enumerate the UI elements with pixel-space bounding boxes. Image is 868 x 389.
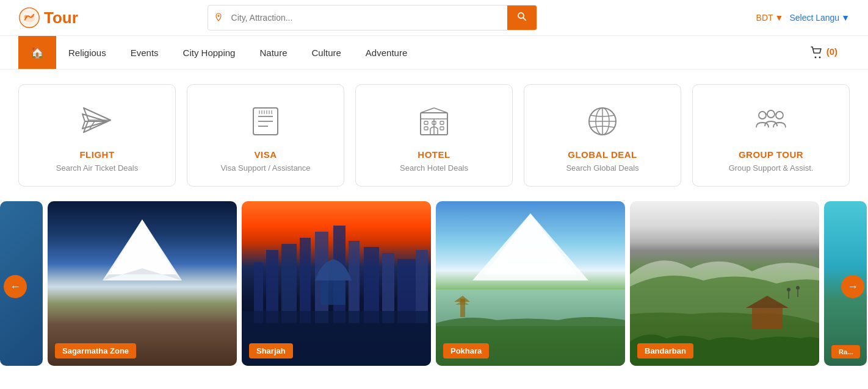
- currency-label: BDT: [756, 13, 773, 23]
- svg-point-32: [767, 110, 775, 118]
- services-section: FLIGHT Search Air Ticket Deals VISA Visa…: [0, 70, 868, 201]
- language-dropdown-icon: ▼: [841, 13, 850, 23]
- svg-rect-45: [349, 241, 360, 323]
- svg-marker-53: [485, 213, 576, 274]
- destination-label-sharjah: Sharjah: [249, 343, 293, 359]
- nav-item-nature[interactable]: Nature: [247, 38, 299, 68]
- carousel-next-button[interactable]: →: [841, 275, 864, 298]
- nav-item-religious[interactable]: Religious: [56, 38, 118, 68]
- search-input[interactable]: [229, 7, 507, 29]
- svg-line-26: [434, 108, 447, 113]
- destination-card-bandarban[interactable]: Bandarban: [630, 201, 819, 366]
- svg-point-33: [776, 112, 783, 119]
- destination-track: Sagarmatha Zone: [0, 201, 868, 366]
- nav-item-culture[interactable]: Culture: [299, 38, 353, 68]
- global-deal-title: GLOBAL DEAL: [568, 149, 637, 160]
- language-selector[interactable]: Select Langu ▼: [789, 13, 850, 23]
- svg-point-31: [759, 112, 766, 119]
- global-deal-card[interactable]: GLOBAL DEAL Search Global Deals: [524, 84, 681, 187]
- group-tour-desc: Group Support & Assist.: [729, 163, 814, 173]
- svg-point-4: [217, 15, 219, 16]
- flight-card[interactable]: FLIGHT Search Air Ticket Deals: [18, 84, 176, 187]
- visa-title: VISA: [254, 149, 277, 160]
- hotel-title: HOTEL: [418, 149, 450, 160]
- svg-marker-37: [109, 219, 176, 274]
- header-right: BDT ▼ Select Langu ▼: [756, 13, 850, 23]
- visa-icon: [246, 102, 285, 141]
- flight-title: FLIGHT: [79, 149, 114, 160]
- logo[interactable]: Tour: [18, 7, 92, 29]
- group-tour-card[interactable]: GROUP TOUR Group Support & Assist.: [692, 84, 850, 187]
- global-deal-desc: Search Global Deals: [566, 163, 638, 173]
- carousel-prev-button[interactable]: ←: [4, 275, 27, 298]
- hotel-desc: Search Hotel Deals: [400, 163, 468, 173]
- destination-card-pokhara[interactable]: Pokhara: [436, 201, 625, 366]
- nav: 🏠 Religious Events City Hopping Nature C…: [0, 36, 868, 70]
- currency-dropdown-icon: ▼: [775, 13, 784, 23]
- location-pin-icon: [208, 13, 229, 23]
- nav-item-city-hopping[interactable]: City Hopping: [171, 38, 248, 68]
- svg-point-62: [796, 286, 800, 290]
- svg-line-6: [523, 18, 526, 20]
- hotel-icon: [414, 102, 454, 141]
- hotel-card[interactable]: HOTEL Search Hotel Deals: [355, 84, 513, 187]
- destination-card-sharjah[interactable]: Sharjah: [242, 201, 431, 366]
- svg-point-2: [24, 15, 27, 18]
- cart-count: (0): [826, 46, 837, 57]
- svg-rect-42: [300, 238, 311, 323]
- svg-point-7: [815, 57, 817, 59]
- destination-label-pokhara: Pokhara: [443, 343, 489, 359]
- svg-rect-22: [440, 121, 444, 124]
- flight-desc: Search Air Ticket Deals: [56, 163, 138, 173]
- group-tour-title: GROUP TOUR: [739, 149, 803, 160]
- logo-icon: [18, 7, 40, 29]
- language-label: Select Langu: [789, 13, 839, 23]
- visa-desc: Visa Support / Assistance: [220, 163, 310, 173]
- header: Tour BDT ▼ Select Langu ▼: [0, 0, 868, 36]
- nav-home-button[interactable]: 🏠: [18, 36, 56, 69]
- destination-card-sagarmatha[interactable]: Sagarmatha Zone: [48, 201, 237, 366]
- nav-item-adventure[interactable]: Adventure: [353, 38, 419, 68]
- svg-point-3: [31, 15, 34, 18]
- svg-point-8: [819, 57, 821, 59]
- destination-label-bandarban: Bandarban: [637, 343, 693, 359]
- svg-rect-51: [321, 280, 345, 305]
- svg-rect-58: [752, 308, 783, 329]
- svg-point-60: [787, 288, 790, 291]
- destination-label-ra: Ra...: [831, 345, 860, 359]
- currency-selector[interactable]: BDT ▼: [756, 13, 784, 23]
- svg-rect-23: [424, 127, 428, 130]
- search-bar: [208, 5, 537, 30]
- flight-icon: [78, 102, 117, 141]
- global-deal-icon: [583, 102, 622, 141]
- svg-line-25: [421, 108, 434, 113]
- svg-rect-24: [440, 127, 444, 130]
- home-icon: 🏠: [31, 46, 44, 59]
- destinations-section: ← Sagarmatha Zone: [0, 201, 868, 372]
- nav-item-events[interactable]: Events: [118, 38, 171, 68]
- cart-button[interactable]: (0): [798, 36, 850, 69]
- visa-card[interactable]: VISA Visa Support / Assistance: [187, 84, 344, 187]
- svg-rect-20: [424, 121, 428, 124]
- search-button[interactable]: [507, 5, 537, 30]
- logo-text: Tour: [44, 9, 78, 27]
- group-tour-icon: [751, 102, 790, 141]
- destination-label-sagarmatha: Sagarmatha Zone: [55, 343, 136, 359]
